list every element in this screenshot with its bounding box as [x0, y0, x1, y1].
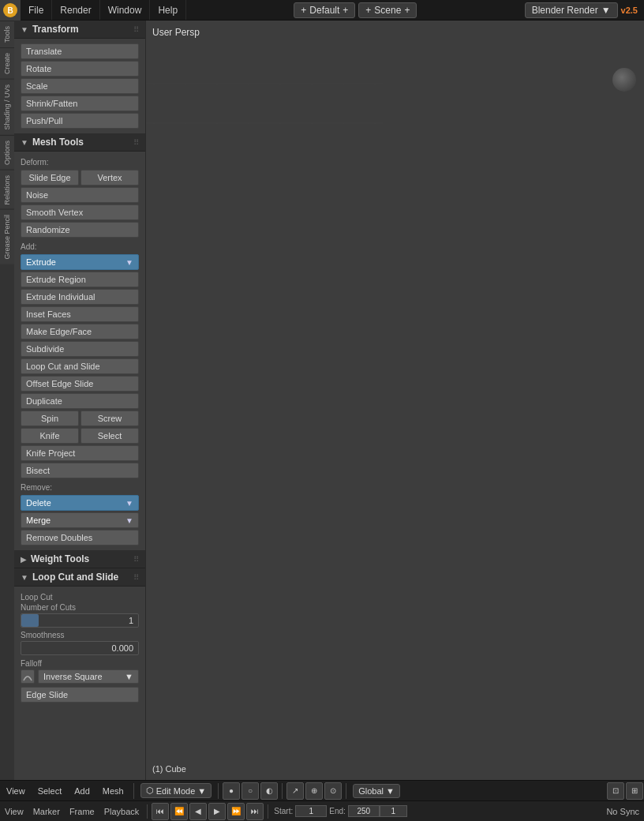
duplicate-button[interactable]: Duplicate: [21, 393, 139, 409]
smooth-vertex-button[interactable]: Smooth Vertex: [21, 204, 139, 220]
render-shade-btn[interactable]: ◐: [260, 782, 278, 800]
render-engine-selector[interactable]: Blender Render ▼: [525, 2, 618, 18]
menu-file[interactable]: File: [21, 0, 52, 20]
smoothness-slider[interactable]: 0.000: [21, 641, 139, 655]
svg-text:B: B: [7, 6, 13, 15]
number-of-cuts-slider[interactable]: 1: [21, 613, 139, 628]
workspace-plus2-icon: +: [343, 5, 348, 16]
tab-relations[interactable]: Relations: [0, 170, 14, 210]
extrude-arrow-icon: ▼: [125, 258, 133, 267]
tab-create[interactable]: Create: [0, 47, 14, 79]
wire-shading-btn[interactable]: ○: [242, 782, 259, 800]
noise-button[interactable]: Noise: [21, 187, 139, 203]
layer-btn[interactable]: ⊞: [626, 782, 643, 800]
scene-plus2-icon: +: [404, 5, 410, 16]
topbar-center: + Default + + Scene +: [186, 2, 525, 18]
play-reverse-btn[interactable]: ◀: [189, 803, 207, 820]
falloff-dropdown[interactable]: Inverse Square ▼: [38, 669, 139, 684]
make-edge-face-button[interactable]: Make Edge/Face: [21, 324, 139, 339]
menu-render[interactable]: Render: [52, 0, 99, 20]
view-menu[interactable]: View: [0, 781, 32, 800]
tab-shading-uvs[interactable]: Shading / UVs: [0, 79, 14, 135]
mode-icon: ⬡: [146, 785, 154, 796]
viewport-label: User Persp: [152, 27, 200, 38]
start-frame-input[interactable]: [295, 805, 327, 817]
current-frame-input[interactable]: [380, 805, 407, 817]
prev-frame-btn[interactable]: ⏪: [170, 803, 188, 820]
menu-window[interactable]: Window: [100, 0, 151, 20]
mesh-tools-panel-content: Deform: Slide Edge Vertex Noise Smooth V…: [14, 152, 145, 550]
tab-grease-pencil[interactable]: Grease Pencil: [0, 209, 14, 264]
scene-selector[interactable]: + Scene +: [358, 2, 417, 18]
end-frame-input[interactable]: [348, 805, 380, 817]
rotate-button[interactable]: Rotate: [21, 61, 139, 77]
tab-options[interactable]: Options: [0, 135, 14, 170]
solid-shading-btn[interactable]: ●: [223, 782, 240, 800]
number-of-cuts-label: Number of Cuts: [21, 603, 76, 612]
workspace-selector[interactable]: + Default +: [294, 2, 355, 18]
edge-slide-button[interactable]: Edge Slide: [21, 687, 139, 703]
pivot-btn[interactable]: ⊡: [607, 782, 624, 800]
weight-tools-panel-title: Weight Tools: [31, 553, 89, 564]
smoothness-label: Smoothness: [21, 631, 65, 639]
screw-button[interactable]: Screw: [80, 410, 139, 426]
scale-button[interactable]: Scale: [21, 78, 139, 94]
remove-doubles-button[interactable]: Remove Doubles: [21, 530, 139, 545]
jump-end-btn[interactable]: ⏭: [246, 803, 264, 820]
select-menu[interactable]: Select: [32, 781, 69, 800]
transform-panel-header[interactable]: ▼ Transform ⠿: [14, 21, 145, 39]
blender-logo: B: [0, 0, 21, 21]
snap-btn[interactable]: ⊕: [305, 782, 323, 800]
add-menu[interactable]: Add: [68, 781, 96, 800]
transform-drag-icon: ⠿: [133, 25, 139, 34]
vertex-button[interactable]: Vertex: [80, 170, 139, 186]
play-btn[interactable]: ▶: [208, 803, 226, 820]
extrude-region-button[interactable]: Extrude Region: [21, 272, 139, 287]
remove-label: Remove:: [21, 480, 139, 493]
bisect-button[interactable]: Bisect: [21, 463, 139, 478]
merge-dropdown[interactable]: Merge ▼: [21, 512, 139, 528]
start-label: Start:: [271, 807, 295, 815]
mesh-menu[interactable]: Mesh: [96, 781, 130, 800]
no-sync-label[interactable]: No Sync: [601, 801, 644, 821]
viewport[interactable]: X Y Z User Persp (1) Cube: [146, 21, 644, 780]
scene-name: Scene: [374, 5, 401, 16]
knife-button[interactable]: Knife: [21, 428, 79, 444]
loop-cut-slide-button[interactable]: Loop Cut and Slide: [21, 358, 139, 374]
mode-selector[interactable]: ⬡ Edit Mode ▼: [140, 783, 212, 798]
randomize-button[interactable]: Randomize: [21, 222, 139, 238]
loop-cut-panel-header[interactable]: ▼ Loop Cut and Slide ⠿: [14, 568, 145, 587]
inset-faces-button[interactable]: Inset Faces: [21, 306, 139, 322]
translate-button[interactable]: Translate: [21, 43, 139, 59]
slide-edge-button[interactable]: Slide Edge: [21, 170, 79, 186]
subdivide-button[interactable]: Subdivide: [21, 341, 139, 357]
proportional-btn[interactable]: ⊙: [324, 782, 342, 800]
falloff-icon: [21, 669, 35, 684]
extrude-individual-button[interactable]: Extrude Individual: [21, 289, 139, 305]
select-button[interactable]: Select: [80, 428, 139, 444]
delete-arrow-icon: ▼: [125, 499, 133, 508]
push-pull-button[interactable]: Push/Pull: [21, 113, 139, 129]
timeline: View Marker Frame Playback ⏮ ⏪ ◀ ▶ ⏩ ⏭ S…: [0, 800, 644, 821]
timeline-marker[interactable]: Marker: [28, 801, 65, 821]
number-of-cuts-value: 1: [26, 616, 133, 625]
timeline-frame[interactable]: Frame: [65, 801, 99, 821]
delete-dropdown[interactable]: Delete ▼: [21, 495, 139, 511]
timeline-view[interactable]: View: [0, 801, 28, 821]
knife-project-button[interactable]: Knife Project: [21, 445, 139, 461]
shrink-fatten-button[interactable]: Shrink/Fatten: [21, 96, 139, 111]
jump-start-btn[interactable]: ⏮: [152, 803, 169, 820]
tab-tools[interactable]: Tools: [0, 21, 14, 47]
timeline-playback[interactable]: Playback: [99, 801, 144, 821]
transform-orientation[interactable]: Global ▼: [353, 784, 400, 798]
extrude-dropdown[interactable]: Extrude ▼: [21, 254, 139, 270]
menu-help[interactable]: Help: [150, 0, 186, 20]
offset-edge-slide-button[interactable]: Offset Edge Slide: [21, 376, 139, 392]
navigation-sphere[interactable]: [612, 68, 636, 92]
loop-cut-section-label: Loop Cut: [21, 590, 139, 603]
spin-button[interactable]: Spin: [21, 410, 79, 426]
mesh-tools-panel-header[interactable]: ▼ Mesh Tools ⠿: [14, 133, 145, 152]
next-frame-btn[interactable]: ⏩: [227, 803, 245, 820]
weight-tools-panel-header[interactable]: ▶ Weight Tools ⠿: [14, 550, 145, 568]
viewport-overlay-btn[interactable]: ↗: [286, 782, 304, 800]
